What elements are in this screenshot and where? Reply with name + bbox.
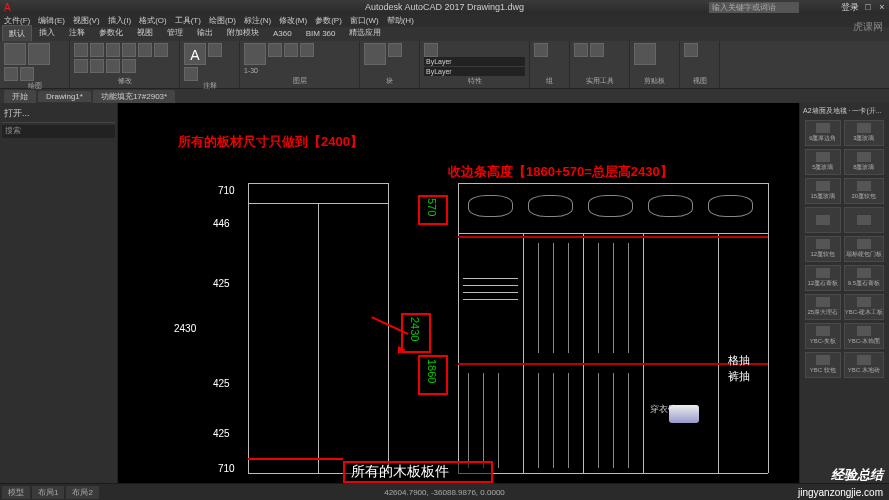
material-swatch[interactable]: 3厘玻璃 (844, 120, 884, 146)
menu-modify[interactable]: 修改(M) (279, 15, 307, 26)
stretch-icon[interactable] (74, 59, 88, 73)
drawing-canvas[interactable]: 所有的板材尺寸只做到【2400】 收边条高度【1860+570=总层高2430】… (118, 103, 799, 483)
hanger-icon (538, 373, 539, 468)
group-icon[interactable] (534, 43, 548, 57)
dimension-icon[interactable] (208, 43, 222, 57)
ribbon-tab-addons[interactable]: 附加模块 (220, 24, 266, 41)
material-swatch[interactable] (844, 207, 884, 233)
material-swatch[interactable]: YBC-木饰面 (844, 323, 884, 349)
material-swatch[interactable]: 12厘软包 (805, 236, 841, 262)
left-panel-title[interactable]: 打开... (2, 105, 115, 123)
swatch-grid: 6厘厚边角3厘玻璃5厘玻璃8厘玻璃15厘玻璃20厘软包12厘软包瑞标硬包门板12… (802, 117, 887, 381)
divider (523, 233, 524, 473)
panel-label: 视图 (684, 76, 715, 86)
rotate-icon[interactable] (90, 43, 104, 57)
ribbon-tab-view[interactable]: 视图 (130, 24, 160, 41)
doc-tab-start[interactable]: 开始 (4, 90, 36, 103)
layer-off-icon[interactable] (268, 43, 282, 57)
array-icon[interactable] (106, 59, 120, 73)
wardrobe-right (768, 183, 769, 473)
text-icon[interactable]: A (184, 43, 206, 65)
scale-input[interactable]: 1-30 (244, 67, 355, 74)
cabinet-line (318, 203, 319, 473)
measure-icon[interactable] (574, 43, 588, 57)
material-swatch[interactable]: YBC 木地砖 (844, 352, 884, 378)
bylayer-line[interactable]: ByLayer (424, 67, 525, 76)
palette-title: A2墙面及地毯 · 一卡(开... (802, 105, 887, 117)
watermark-text: 经验总结 (831, 466, 883, 484)
ribbon-tab-bim360[interactable]: BIM 360 (299, 26, 343, 41)
material-swatch[interactable]: YBC-硬木工板 (844, 294, 884, 320)
erase-icon[interactable] (122, 59, 136, 73)
panel-label: 组 (534, 76, 565, 86)
doc-tab-2[interactable]: 功能填充17#2903* (93, 90, 175, 103)
menu-params[interactable]: 参数(P) (315, 15, 342, 26)
paste-icon[interactable] (634, 43, 656, 65)
minimize-button[interactable]: − (849, 2, 859, 12)
ribbon-tab-manage[interactable]: 管理 (160, 24, 190, 41)
base-icon[interactable] (684, 43, 698, 57)
layer-props-icon[interactable] (244, 43, 266, 65)
clothes-icon (528, 195, 573, 217)
layer-freeze-icon[interactable] (284, 43, 298, 57)
material-swatch[interactable]: YBC-夹板 (805, 323, 841, 349)
material-swatch[interactable]: 15厘玻璃 (805, 178, 841, 204)
viewcube[interactable] (669, 405, 699, 423)
hanger-icon (468, 373, 469, 468)
material-swatch[interactable]: 12厘石膏板 (805, 265, 841, 291)
material-swatch[interactable]: 瑞标硬包门板 (844, 236, 884, 262)
scale-icon[interactable] (90, 59, 104, 73)
fillet-icon[interactable] (154, 43, 168, 57)
select-icon[interactable] (590, 43, 604, 57)
ribbon-tab-insert[interactable]: 插入 (32, 24, 62, 41)
material-swatch[interactable]: 8厘玻璃 (844, 149, 884, 175)
tab-layout2[interactable]: 布局2 (66, 486, 98, 499)
status-bar: 模型 布局1 布局2 42604.7900, -36088.9876, 0.00… (0, 484, 889, 500)
clothes-icon (648, 195, 693, 217)
doc-tab-1[interactable]: Drawing1* (38, 91, 91, 102)
material-swatch[interactable]: 5厘玻璃 (805, 149, 841, 175)
divider (583, 233, 584, 473)
insert-block-icon[interactable] (364, 43, 386, 65)
ribbon-tab-annotate[interactable]: 注释 (62, 24, 92, 41)
create-block-icon[interactable] (388, 43, 402, 57)
tab-model[interactable]: 模型 (2, 486, 30, 499)
left-search-input[interactable]: 搜索 (2, 125, 115, 138)
menu-help[interactable]: 帮助(H) (387, 15, 414, 26)
ribbon-tab-default[interactable]: 默认 (2, 25, 32, 41)
bylayer-color[interactable]: ByLayer (424, 57, 525, 66)
layer-lock-icon[interactable] (300, 43, 314, 57)
move-icon[interactable] (74, 43, 88, 57)
wardrobe-left (458, 183, 459, 473)
line-icon[interactable] (4, 43, 26, 65)
copy-icon[interactable] (122, 43, 136, 57)
panel-group: 组 (530, 41, 570, 88)
divider (718, 233, 719, 473)
polyline-icon[interactable] (28, 43, 50, 65)
hanger-icon (538, 243, 539, 353)
circle-icon[interactable] (4, 67, 18, 81)
mirror-icon[interactable] (138, 43, 152, 57)
table-icon[interactable] (184, 67, 198, 81)
help-search-input[interactable]: 输入关键字或词语 (709, 2, 799, 13)
wardrobe-bottom (458, 473, 768, 474)
panel-viewbase: 视图 (680, 41, 720, 88)
ribbon-tab-featured[interactable]: 精选应用 (342, 24, 388, 41)
close-button[interactable]: × (877, 2, 887, 12)
maximize-button[interactable]: □ (863, 2, 873, 12)
ribbon-tab-output[interactable]: 输出 (190, 24, 220, 41)
material-swatch[interactable]: 20厘软包 (844, 178, 884, 204)
material-swatch[interactable]: 25厚大理石 (805, 294, 841, 320)
material-swatch[interactable] (805, 207, 841, 233)
material-swatch[interactable]: YBC 软包 (805, 352, 841, 378)
ribbon-tab-parametric[interactable]: 参数化 (92, 24, 130, 41)
ribbon-tab-a360[interactable]: A360 (266, 26, 299, 41)
tab-layout1[interactable]: 布局1 (32, 486, 64, 499)
material-swatch[interactable]: 9.5厘石膏板 (844, 265, 884, 291)
trim-icon[interactable] (106, 43, 120, 57)
panel-modify: 修改 (70, 41, 180, 88)
match-props-icon[interactable] (424, 43, 438, 57)
material-swatch[interactable]: 6厘厚边角 (805, 120, 841, 146)
arc-icon[interactable] (20, 67, 34, 81)
hanger-icon (568, 243, 569, 353)
